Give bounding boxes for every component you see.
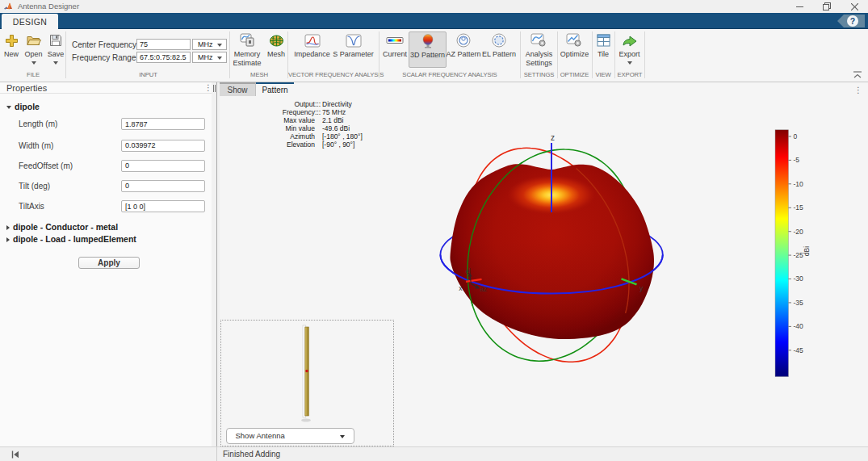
analysis-settings-button[interactable]: Analysis Settings — [521, 32, 557, 67]
document-menu-icon[interactable]: ⋮ — [854, 86, 862, 94]
collapse-arrow-icon — [6, 106, 11, 109]
optimize-icon — [566, 33, 583, 48]
optimize-button[interactable]: Optimize — [557, 32, 592, 59]
antenna-inset: Show Antenna — [220, 320, 395, 446]
annotation-label: Azimuth — [242, 132, 321, 140]
section-label-file: FILE — [0, 71, 66, 78]
splitter-grip-icon — [213, 85, 216, 92]
collapse-ribbon-icon[interactable] — [853, 71, 862, 78]
export-label: Export — [619, 50, 639, 59]
annotation-value: Directivity — [322, 100, 352, 108]
annotation-label: Frequency::: — [242, 108, 321, 116]
tile-button[interactable]: Tile — [592, 32, 614, 59]
minimize-button[interactable] — [787, 0, 811, 13]
open-label: Open — [24, 50, 42, 59]
current-icon — [386, 36, 404, 45]
impedance-icon — [304, 34, 321, 48]
current-label: Current — [383, 50, 407, 59]
el-pattern-label: EL Pattern — [482, 50, 516, 59]
save-button[interactable]: Save — [45, 32, 66, 65]
memory-estimate-button[interactable]: Memory Estimate — [230, 32, 264, 67]
property-input[interactable] — [121, 160, 205, 172]
annotation-label: Output::: — [242, 100, 321, 108]
annotation-row: Max value2.1 dBi — [242, 116, 363, 124]
apply-button[interactable]: Apply — [78, 257, 140, 269]
property-input[interactable] — [121, 180, 205, 192]
frequency-range-input[interactable] — [136, 52, 191, 63]
center-frequency-unit-combo[interactable]: MHz — [192, 39, 227, 50]
property-input[interactable] — [121, 200, 205, 212]
ribbon-toolbar: New Open Save FILE Center Frequency MHz … — [0, 29, 868, 82]
section-load[interactable]: dipole - Load - lumpedElement — [6, 234, 136, 244]
feed-point — [305, 369, 308, 371]
section-conductor[interactable]: dipole - Conductor - metal — [6, 222, 118, 232]
annotation-row: Output:::Directivity — [242, 100, 363, 108]
section-label-view: VIEW — [592, 71, 614, 78]
antenna-designer-window: { "window": { "title": "Antenna Designer… — [0, 0, 868, 461]
antenna-graphic — [298, 325, 314, 423]
help-icon: ? — [850, 16, 855, 26]
property-label: FeedOffset (m) — [19, 161, 73, 170]
close-button[interactable] — [842, 0, 866, 13]
annotation-row: Azimuth[-180° , 180°] — [242, 132, 363, 140]
analysis-settings-label: Analysis Settings — [522, 50, 557, 67]
section-label-settings: SETTINGS — [521, 71, 557, 78]
s-parameter-label: S Parameter — [333, 50, 374, 59]
az-pattern-button[interactable]: AZ Pattern — [444, 32, 483, 59]
dipole-group-header[interactable]: dipole — [6, 102, 40, 111]
section-conductor-label: dipole - Conductor - metal — [13, 222, 118, 232]
expand-arrow-icon — [6, 237, 10, 242]
export-caret-icon — [627, 61, 632, 65]
dipole-group-label: dipole — [15, 102, 40, 111]
export-icon — [622, 34, 638, 48]
property-row: Width (m) — [0, 140, 212, 152]
el-pattern-icon — [492, 33, 506, 48]
pattern-3d-label: 3D Pattern — [410, 51, 445, 60]
current-button[interactable]: Current — [377, 32, 413, 59]
unit-caret-icon — [217, 44, 222, 47]
impedance-button[interactable]: Impedance — [291, 32, 333, 59]
memory-estimate-label: Memory Estimate — [230, 50, 264, 67]
az-pattern-label: AZ Pattern — [446, 50, 480, 59]
property-label: Tilt (deg) — [19, 182, 50, 191]
annotation-label: Max value — [242, 116, 321, 124]
property-input[interactable] — [121, 140, 205, 152]
frequency-range-unit-combo[interactable]: MHz — [192, 52, 227, 63]
open-button[interactable]: Open — [22, 32, 45, 65]
center-frequency-input[interactable] — [136, 39, 191, 50]
properties-header: Properties ⋮ — [0, 82, 212, 94]
window-title: Antenna Designer — [18, 2, 79, 10]
section-label-optimize: OPTIMIZE — [557, 71, 592, 78]
panel-splitter[interactable] — [212, 82, 220, 446]
properties-title: Properties — [6, 83, 47, 93]
annotation-row: Frequency:::75 MHz — [242, 108, 363, 116]
property-input[interactable] — [121, 118, 205, 130]
tile-label: Tile — [598, 50, 609, 59]
tab-show[interactable]: Show — [220, 82, 256, 96]
property-label: Width (m) — [19, 141, 53, 150]
annotation-label: Elevation — [242, 140, 321, 149]
show-antenna-dropdown[interactable]: Show Antenna — [226, 428, 354, 444]
tab-pattern[interactable]: Pattern — [256, 82, 294, 96]
close-icon — [851, 3, 858, 10]
property-label: Length (m) — [19, 119, 57, 128]
export-button[interactable]: Export — [614, 32, 644, 65]
el-pattern-button[interactable]: EL Pattern — [480, 32, 518, 59]
section-label-mesh: MESH — [230, 71, 288, 78]
az-pattern-icon — [456, 33, 471, 48]
restore-button[interactable] — [815, 0, 839, 13]
tab-design[interactable]: DESIGN — [2, 14, 58, 29]
ribbon-tab-band: DESIGN ? — [0, 13, 868, 29]
analysis-settings-icon — [530, 33, 547, 48]
new-button[interactable]: New — [1, 32, 22, 59]
collapse-panel-icon[interactable] — [11, 451, 19, 459]
s-parameter-button[interactable]: S Parameter — [330, 32, 376, 59]
help-button[interactable]: ? — [837, 15, 865, 27]
annotation-value: 2.1 dBi — [322, 116, 343, 124]
save-caret-icon — [53, 61, 58, 65]
annotation-label: Min value — [242, 124, 321, 132]
pattern-3d-button[interactable]: 3D Pattern — [409, 31, 447, 68]
mesh-button[interactable]: Mesh — [264, 32, 288, 59]
unit-value: MHz — [198, 40, 213, 48]
property-row: FeedOffset (m) — [0, 160, 212, 172]
